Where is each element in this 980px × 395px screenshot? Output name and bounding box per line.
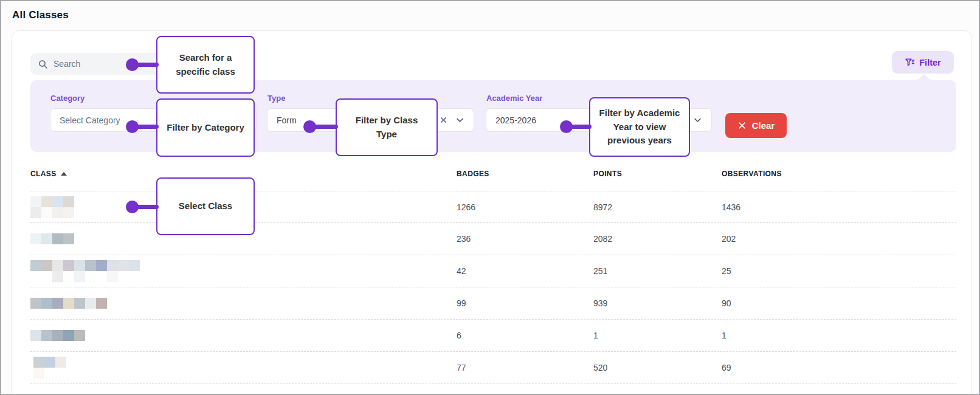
academic-year-value: 2025-2026 [495, 115, 536, 125]
category-value: Select Category [60, 115, 120, 125]
filter-button[interactable]: Filter [892, 51, 954, 74]
annotation-category: Filter by Category [156, 98, 255, 157]
annotation-text: Select Class [179, 199, 232, 213]
points-cell: 251 [593, 266, 722, 276]
clear-filters-button[interactable]: Clear [725, 113, 787, 138]
observations-cell: 1436 [722, 202, 956, 212]
table-row[interactable]: 42 251 25 [30, 255, 956, 287]
app-window: All Classes Search Filter Category [0, 0, 980, 395]
class-name-redacted [30, 260, 457, 282]
annotation-connector [131, 125, 159, 129]
filter-panel-arrow [917, 74, 931, 80]
annotation-connector [565, 125, 592, 129]
observations-cell: 1 [722, 331, 956, 340]
badges-cell: 236 [457, 234, 593, 244]
observations-cell: 69 [722, 363, 956, 373]
class-name-redacted [30, 357, 457, 379]
class-name-redacted [30, 298, 457, 309]
clear-x-icon [737, 121, 747, 130]
points-cell: 8972 [593, 202, 722, 212]
page-title: All Classes [12, 9, 69, 21]
badges-cell: 99 [457, 298, 593, 308]
annotation-text: Filter by Academic Year to view previous… [598, 106, 681, 148]
type-chevron-down-icon[interactable] [455, 115, 464, 125]
classes-card: Search Filter Category Select Category T… [12, 30, 972, 395]
annotation-connector [308, 125, 338, 129]
badges-cell: 77 [457, 363, 593, 373]
type-clear-icon[interactable] [440, 116, 447, 124]
badges-cell: 42 [457, 266, 593, 276]
column-header-observations: OBSERVATIONS [722, 170, 956, 178]
sort-ascending-icon [61, 172, 67, 176]
observations-cell: 90 [722, 298, 956, 308]
annotation-class-type: Filter by Class Type [336, 98, 438, 156]
annotation-connector [131, 205, 159, 209]
annotation-search: Search for a specific class [156, 36, 255, 94]
observations-cell: 25 [722, 266, 956, 276]
search-placeholder: Search [53, 59, 80, 69]
academic-year-chevron-down-icon[interactable] [693, 115, 702, 125]
badges-cell: 6 [457, 331, 593, 340]
type-value: Form [277, 115, 297, 125]
annotation-text: Filter by Category [167, 121, 244, 135]
annotation-select-class: Select Class [156, 177, 255, 235]
badges-cell: 1266 [457, 202, 593, 212]
annotation-connector [131, 63, 159, 67]
annotation-text: Filter by Class Type [345, 114, 429, 141]
observations-cell: 202 [722, 234, 956, 244]
points-cell: 2082 [593, 234, 722, 244]
filter-icon [905, 57, 915, 67]
search-icon [38, 59, 48, 69]
column-header-badges: BADGES [457, 170, 593, 178]
clear-button-label: Clear [752, 120, 775, 131]
table-row[interactable]: 99 939 90 [30, 287, 956, 320]
column-header-points: POINTS [593, 170, 722, 178]
points-cell: 939 [593, 298, 722, 308]
table-row[interactable]: 77 520 69 [30, 352, 956, 384]
filter-button-label: Filter [919, 58, 940, 67]
class-name-redacted [30, 330, 457, 341]
annotation-text: Search for a specific class [165, 51, 246, 78]
annotation-academic-year: Filter by Academic Year to view previous… [589, 97, 690, 157]
table-row[interactable]: 6 1 1 [30, 320, 956, 352]
points-cell: 1 [593, 331, 722, 340]
points-cell: 520 [593, 363, 722, 373]
column-header-class[interactable]: CLASS [30, 170, 457, 178]
